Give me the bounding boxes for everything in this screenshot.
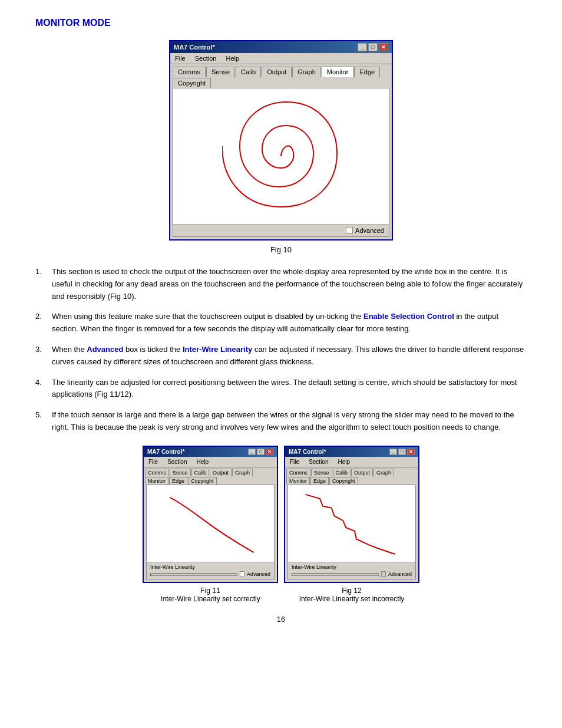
dialog-11-titlebar: MA7 Control* _ □ ✕ [144, 447, 277, 457]
d12-tab-comms[interactable]: Comms [286, 469, 310, 476]
d12-tab-output[interactable]: Output [351, 469, 373, 476]
dialog-12-line-svg [288, 485, 415, 562]
dialog-11-menu-help[interactable]: Help [194, 458, 211, 466]
inter-wire-linearity-highlight: Inter-Wire Linearity [183, 345, 252, 354]
dialog-12-advanced-checkbox[interactable] [381, 571, 386, 577]
list-item-3: 3. When the Advanced box is ticked the I… [35, 344, 527, 368]
dialog-11-footer: Inter-Wire Linearity Advanced [147, 562, 274, 579]
fig-caption-12: Fig 12 Inter-Wire Linearity set incorrec… [299, 587, 405, 603]
dialog-12-menu-section[interactable]: Section [306, 458, 330, 466]
dialog-12-minimize[interactable]: _ [389, 449, 397, 455]
d12-tab-calib[interactable]: Calib [333, 469, 351, 476]
dialog-12-content: Inter-Wire Linearity Advanced [287, 485, 416, 579]
dialog-12-buttons: _ □ ✕ [389, 449, 415, 455]
main-tabs: Comms Sense Calib Output Graph Monitor E… [170, 64, 392, 88]
main-footer: Advanced [173, 224, 389, 236]
tab-edge[interactable]: Edge [354, 67, 380, 77]
tab-calib[interactable]: Calib [236, 67, 261, 77]
maximize-button[interactable]: □ [368, 43, 378, 51]
dialog-12-maximize[interactable]: □ [398, 449, 406, 455]
item2-pre: When using this feature make sure that t… [52, 312, 361, 321]
figure-12-container: MA7 Control* _ □ ✕ File Section Help Com… [284, 446, 419, 603]
close-button[interactable]: ✕ [379, 43, 388, 51]
spiral-visualization [173, 88, 389, 224]
item3-mid: box is ticked the [125, 345, 180, 354]
fig-caption-11: Fig 11 Inter-Wire Linearity set correctl… [160, 587, 260, 603]
d11-tab-output[interactable]: Output [210, 469, 232, 476]
titlebar-buttons: _ □ ✕ [358, 43, 388, 51]
d11-tab-monitor[interactable]: Monitor [145, 477, 168, 485]
d11-tab-calib[interactable]: Calib [191, 469, 210, 476]
dialog-11-advanced-checkbox[interactable] [240, 571, 244, 577]
spiral-svg [222, 97, 340, 215]
tab-output[interactable]: Output [262, 67, 292, 77]
dialog-11-minimize[interactable]: _ [248, 449, 256, 455]
dialog-12-slider-row: Advanced [292, 571, 412, 577]
d11-tab-sense[interactable]: Sense [170, 469, 191, 476]
tab-comms[interactable]: Comms [173, 67, 206, 77]
dialog-12-close[interactable]: ✕ [407, 449, 415, 455]
dialog-12-slider[interactable] [292, 574, 379, 576]
d12-tab-monitor[interactable]: Monitor [286, 477, 310, 485]
dialog-11-menu-section[interactable]: Section [165, 458, 189, 466]
dialog-12-menu-file[interactable]: File [287, 458, 302, 466]
page-title: MONITOR MODE [35, 18, 527, 28]
d12-tab-copyright[interactable]: Copyright [329, 477, 358, 485]
dialog-11-advanced-label: Advanced [247, 571, 270, 577]
dialog-12-menu-help[interactable]: Help [335, 458, 352, 466]
dialog-11-maximize[interactable]: □ [257, 449, 265, 455]
dialog-12: MA7 Control* _ □ ✕ File Section Help Com… [284, 446, 419, 583]
fig-caption-11-subtitle: Inter-Wire Linearity set correctly [160, 595, 260, 603]
dialog-11-buttons: _ □ ✕ [248, 449, 273, 455]
dialog-12-canvas [288, 485, 415, 562]
item1-text: This section is used to check the output… [52, 266, 527, 302]
list-item-1: 1. This section is used to check the out… [35, 266, 527, 302]
d12-tab-edge[interactable]: Edge [310, 477, 329, 485]
main-canvas [173, 88, 389, 224]
dialog-11-line-svg [147, 485, 274, 562]
d11-tab-graph[interactable]: Graph [232, 469, 253, 476]
dialog-12-titlebar: MA7 Control* _ □ ✕ [285, 447, 418, 457]
main-dialog-titlebar: MA7 Control* _ □ ✕ [170, 41, 392, 53]
minimize-button[interactable]: _ [358, 43, 367, 51]
dialog-12-advanced-label: Advanced [388, 571, 412, 577]
dialog-11-content: Inter-Wire Linearity Advanced [146, 485, 275, 579]
tab-monitor[interactable]: Monitor [322, 67, 354, 77]
main-content-area: Advanced [173, 88, 389, 237]
list-item-4: 4. The linearity can be adjusted for cor… [35, 377, 527, 401]
d12-tab-graph[interactable]: Graph [373, 469, 394, 476]
tab-graph[interactable]: Graph [292, 67, 321, 77]
dialog-11-slider[interactable] [150, 574, 237, 576]
menu-help[interactable]: Help [223, 54, 242, 62]
dialog-12-tabs: Comms Sense Calib Output Graph Monitor E… [285, 467, 418, 485]
page-number: 16 [35, 615, 527, 624]
item3-post: can be adjusted if necessary. This allow… [52, 345, 524, 366]
d12-tab-sense[interactable]: Sense [311, 469, 332, 476]
main-dialog: MA7 Control* _ □ ✕ File Section Help Com… [169, 40, 393, 241]
item1-number: 1. [35, 266, 52, 302]
fig-caption-12-title: Fig 12 [299, 587, 405, 595]
dialog-11-tabs: Comms Sense Calib Output Graph Monitor E… [144, 467, 277, 485]
list-item-5: 5. If the touch sensor is large and ther… [35, 409, 527, 434]
dialog-11-menu-file[interactable]: File [146, 458, 160, 466]
dialog-11: MA7 Control* _ □ ✕ File Section Help Com… [143, 446, 278, 583]
tab-copyright[interactable]: Copyright [173, 78, 211, 88]
advanced-checkbox[interactable] [346, 227, 353, 234]
figure-11-container: MA7 Control* _ □ ✕ File Section Help Com… [143, 446, 278, 603]
item3-number: 3. [35, 344, 52, 368]
d11-tab-edge[interactable]: Edge [169, 477, 187, 485]
fig-caption-11-title: Fig 11 [160, 587, 260, 595]
dialog-11-close[interactable]: ✕ [266, 449, 273, 455]
advanced-highlight: Advanced [87, 345, 123, 354]
main-menubar: File Section Help [170, 53, 392, 64]
d11-tab-comms[interactable]: Comms [145, 469, 169, 476]
d11-tab-copyright[interactable]: Copyright [188, 477, 217, 485]
dialog-12-title: MA7 Control* [289, 449, 326, 455]
dialog-11-slider-row: Advanced [150, 571, 270, 577]
menu-section[interactable]: Section [193, 54, 219, 62]
menu-file[interactable]: File [173, 54, 188, 62]
list-item-2: 2. When using this feature make sure tha… [35, 311, 527, 335]
item5-number: 5. [35, 409, 52, 434]
enable-selection-control-highlight: Enable Selection Control [363, 312, 454, 321]
tab-sense[interactable]: Sense [206, 67, 235, 77]
